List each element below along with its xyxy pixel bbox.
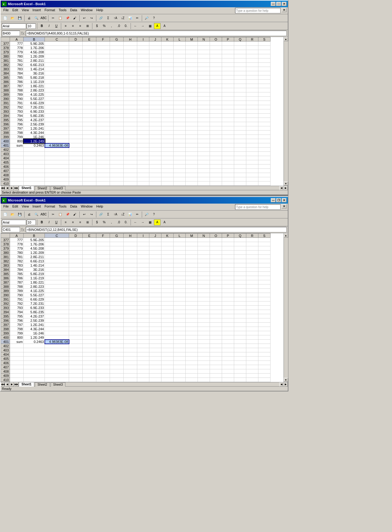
tb-percent-2[interactable]: % bbox=[101, 219, 108, 225]
cell-empty[interactable] bbox=[210, 135, 222, 139]
cell-empty[interactable] bbox=[110, 152, 124, 156]
cell-empty[interactable] bbox=[83, 340, 96, 344]
cell-empty[interactable] bbox=[174, 75, 186, 80]
cell-c[interactable] bbox=[45, 289, 69, 293]
cell-empty[interactable] bbox=[258, 173, 271, 177]
cell-a[interactable]: 794 bbox=[10, 114, 24, 118]
cell-empty[interactable] bbox=[69, 97, 83, 101]
cell-empty[interactable] bbox=[258, 88, 271, 92]
cell-b[interactable]: 0.2463 bbox=[24, 340, 45, 344]
cell-empty[interactable] bbox=[137, 306, 149, 310]
row-header[interactable]: 380 bbox=[1, 251, 10, 255]
cell-empty[interactable] bbox=[222, 67, 234, 71]
cell-empty[interactable] bbox=[110, 238, 124, 242]
cell-empty[interactable] bbox=[161, 276, 174, 280]
cell-a[interactable]: 791 bbox=[10, 297, 24, 301]
tb-formatpaint-1[interactable]: 🖌 bbox=[71, 15, 78, 21]
cell-empty[interactable] bbox=[234, 181, 246, 186]
row-header[interactable]: 404 bbox=[1, 352, 10, 357]
row-header[interactable]: 381 bbox=[1, 58, 10, 63]
cell-empty[interactable] bbox=[174, 105, 186, 109]
cell-empty[interactable] bbox=[96, 276, 110, 280]
cell-empty[interactable] bbox=[174, 361, 186, 365]
cell-empty[interactable] bbox=[161, 374, 174, 378]
cell-b[interactable]: 1.2E-241 bbox=[24, 323, 45, 327]
cell-empty[interactable] bbox=[198, 109, 210, 114]
tb-zoom-2[interactable]: 🔎 bbox=[143, 211, 150, 218]
cell-a[interactable]: 791 bbox=[10, 101, 24, 105]
cell-empty[interactable] bbox=[198, 301, 210, 306]
cell-empty[interactable] bbox=[210, 50, 222, 54]
sheet-tab-3-2[interactable]: Sheet3 bbox=[51, 382, 66, 387]
cell-empty[interactable] bbox=[69, 340, 83, 344]
cell-empty[interactable] bbox=[246, 352, 258, 357]
cell-empty[interactable] bbox=[222, 293, 234, 297]
row-header[interactable]: 397 bbox=[1, 323, 10, 327]
cell-empty[interactable] bbox=[83, 181, 96, 186]
row-header[interactable]: 402 bbox=[1, 148, 10, 152]
tb-align-center-2[interactable]: ≡ bbox=[70, 219, 76, 225]
cell-empty[interactable] bbox=[69, 331, 83, 335]
row-header[interactable]: 393 bbox=[1, 109, 10, 114]
cell-empty[interactable] bbox=[174, 280, 186, 284]
cell-empty[interactable] bbox=[174, 80, 186, 84]
cell-empty[interactable] bbox=[161, 297, 174, 301]
cell-empty[interactable] bbox=[96, 251, 110, 255]
cell-empty[interactable] bbox=[161, 238, 174, 242]
col-L-1[interactable]: L bbox=[174, 37, 186, 42]
cell-empty[interactable] bbox=[96, 263, 110, 268]
cell-empty[interactable] bbox=[137, 80, 149, 84]
cell-empty[interactable] bbox=[96, 165, 110, 169]
font-name-box-2[interactable]: Arial bbox=[2, 220, 26, 225]
cell-empty[interactable] bbox=[124, 173, 137, 177]
cell-c[interactable] bbox=[45, 348, 69, 352]
cell-b[interactable]: 1.2E-249 bbox=[24, 335, 45, 340]
tb-borders-2[interactable]: ▦ bbox=[147, 219, 153, 225]
cell-a[interactable]: 781 bbox=[10, 255, 24, 259]
cell-empty[interactable] bbox=[258, 97, 271, 101]
cell-empty[interactable] bbox=[96, 242, 110, 246]
cell-empty[interactable] bbox=[137, 160, 149, 165]
tb-paste-2[interactable]: 📌 bbox=[64, 211, 71, 218]
cell-c[interactable] bbox=[45, 310, 69, 314]
row-header[interactable]: 389 bbox=[1, 92, 10, 97]
cell-empty[interactable] bbox=[174, 152, 186, 156]
scroll-track-1[interactable] bbox=[284, 41, 288, 181]
cell-empty[interactable] bbox=[246, 259, 258, 263]
cell-empty[interactable] bbox=[198, 251, 210, 255]
cell-a[interactable]: 787 bbox=[10, 280, 24, 284]
cell-b[interactable]: 2.5E-239 bbox=[24, 318, 45, 323]
cell-empty[interactable] bbox=[83, 374, 96, 378]
cell-empty[interactable] bbox=[161, 284, 174, 289]
cell-empty[interactable] bbox=[234, 352, 246, 357]
cell-b[interactable] bbox=[24, 156, 45, 160]
cell-empty[interactable] bbox=[137, 369, 149, 374]
cell-empty[interactable] bbox=[161, 75, 174, 80]
cell-empty[interactable] bbox=[137, 276, 149, 280]
cell-empty[interactable] bbox=[198, 272, 210, 276]
cell-empty[interactable] bbox=[174, 67, 186, 71]
cell-empty[interactable] bbox=[222, 131, 234, 135]
cell-empty[interactable] bbox=[234, 369, 246, 374]
row-header[interactable]: 399 bbox=[1, 135, 10, 139]
sheet-tab-1-1[interactable]: Sheet1 bbox=[19, 186, 34, 190]
cell-empty[interactable] bbox=[137, 63, 149, 67]
cell-empty[interactable] bbox=[186, 357, 198, 361]
cell-empty[interactable] bbox=[149, 148, 161, 152]
cell-empty[interactable] bbox=[161, 263, 174, 268]
cell-empty[interactable] bbox=[246, 42, 258, 46]
cell-empty[interactable] bbox=[258, 301, 271, 306]
cell-empty[interactable] bbox=[96, 135, 110, 139]
cell-empty[interactable] bbox=[186, 67, 198, 71]
cell-empty[interactable] bbox=[210, 284, 222, 289]
cell-empty[interactable] bbox=[96, 101, 110, 105]
cell-empty[interactable] bbox=[222, 301, 234, 306]
cell-empty[interactable] bbox=[96, 131, 110, 135]
cell-empty[interactable] bbox=[198, 156, 210, 160]
cell-empty[interactable] bbox=[186, 310, 198, 314]
cell-empty[interactable] bbox=[96, 109, 110, 114]
cell-empty[interactable] bbox=[149, 340, 161, 344]
cell-empty[interactable] bbox=[174, 160, 186, 165]
cell-c[interactable] bbox=[45, 251, 69, 255]
cell-b[interactable]: 4.5E-208 bbox=[24, 246, 45, 251]
